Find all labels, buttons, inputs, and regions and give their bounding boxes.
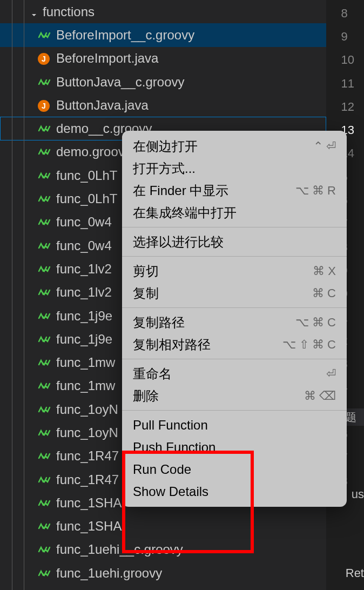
menu-shortcut: ⌘ C — [312, 286, 336, 300]
file-row[interactable]: ButtonJava__c.groovy — [0, 70, 326, 93]
menu-item-label: 在集成终端中打开 — [133, 204, 237, 222]
groovy-icon — [38, 217, 51, 227]
menu-item[interactable]: 在侧边打开⌃ ⏎ — [122, 135, 347, 157]
menu-item[interactable]: Run Code — [122, 458, 347, 480]
file-label: func_1R47 — [56, 448, 119, 464]
menu-item[interactable]: Show Details — [122, 480, 347, 502]
menu-shortcut: ⌥ ⌘ C — [295, 316, 336, 330]
groovy-icon — [38, 568, 51, 579]
menu-item[interactable]: Push Function — [122, 436, 347, 458]
groovy-icon — [38, 287, 51, 298]
file-label: func_1oyN — [56, 402, 118, 417]
line-number: 10 — [341, 49, 354, 72]
file-label: func_0w4 — [56, 238, 112, 253]
menu-item[interactable]: 复制相对路径⌥ ⇧ ⌘ C — [122, 333, 347, 356]
file-label: func_0LhT — [56, 191, 117, 206]
menu-item[interactable]: 重命名⏎ — [122, 363, 347, 385]
groovy-icon — [38, 357, 51, 368]
java-icon: J — [38, 53, 51, 64]
file-label: func_1SHA — [56, 495, 122, 511]
file-label: func_1mw — [56, 355, 115, 370]
menu-divider — [122, 410, 347, 411]
file-label: ButtonJava__c.groovy — [56, 75, 184, 90]
text-fragment: Ret — [346, 566, 364, 580]
menu-divider — [122, 359, 347, 359]
file-label: demo.groovy — [56, 144, 131, 159]
menu-shortcut: ⏎ — [326, 367, 336, 381]
folder-functions[interactable]: functions — [0, 0, 326, 23]
groovy-icon — [38, 123, 51, 134]
groovy-icon — [38, 77, 51, 88]
file-label: func_0w4 — [56, 214, 112, 230]
groovy-icon — [38, 474, 51, 485]
file-label: func_0LhT — [56, 168, 117, 183]
menu-item-label: Pull Function — [133, 418, 208, 433]
groovy-icon — [38, 30, 51, 41]
file-label: func_1lv2 — [56, 262, 112, 277]
menu-shortcut: ⌥ ⌘ R — [295, 184, 336, 198]
menu-divider — [122, 256, 347, 257]
groovy-icon — [38, 427, 51, 438]
file-row[interactable]: func_1uehi__c.groovy — [0, 538, 326, 561]
menu-item[interactable]: 复制⌘ C — [122, 282, 347, 304]
file-row[interactable]: BeforeImport__c.groovy — [0, 23, 326, 46]
groovy-icon — [38, 380, 51, 391]
groovy-icon — [38, 240, 51, 251]
file-row[interactable]: JButtonJava.java — [0, 93, 326, 117]
menu-item[interactable]: 在 Finder 中显示⌥ ⌘ R — [122, 179, 347, 202]
menu-item-label: 删除 — [133, 387, 159, 405]
groovy-icon — [38, 170, 51, 181]
menu-shortcut: ⌘ ⌫ — [304, 389, 336, 403]
menu-item[interactable]: 剪切⌘ X — [122, 260, 347, 282]
menu-item[interactable]: 复制路径⌥ ⌘ C — [122, 311, 347, 333]
menu-item-label: 复制路径 — [133, 314, 185, 331]
line-number: 9 — [341, 25, 354, 48]
file-label: BeforeImport.java — [56, 51, 158, 66]
menu-item[interactable]: 删除⌘ ⌫ — [122, 385, 347, 407]
tab-fragment: 题 — [346, 408, 364, 426]
file-label: func_1uehi.groovy — [56, 566, 162, 581]
java-icon: J — [38, 100, 51, 111]
menu-item[interactable]: 在集成终端中打开 — [122, 202, 347, 224]
groovy-icon — [38, 498, 51, 508]
menu-shortcut: ⌃ ⏎ — [313, 139, 336, 153]
groovy-icon — [38, 451, 51, 461]
menu-item-label: 重命名 — [133, 365, 172, 383]
menu-item[interactable]: 选择以进行比较 — [122, 231, 347, 253]
menu-item-label: Push Function — [133, 440, 215, 455]
menu-item-label: 在侧边打开 — [133, 138, 198, 155]
file-row[interactable]: JBeforeImport.java — [0, 47, 326, 70]
indent-guide — [24, 0, 24, 590]
menu-item-label: 打开方式... — [133, 160, 196, 177]
file-label: func_1oyN — [56, 425, 118, 440]
menu-item[interactable]: Pull Function — [122, 414, 347, 436]
groovy-icon — [38, 311, 51, 321]
groovy-icon — [38, 521, 51, 532]
file-label: func_1j9e — [56, 309, 112, 324]
groovy-icon — [38, 146, 51, 157]
file-row[interactable]: func_1uehi.groovy — [0, 561, 326, 585]
line-number: 12 — [341, 95, 354, 118]
groovy-icon — [38, 404, 51, 415]
file-label: func_1R47 — [56, 472, 119, 487]
menu-divider — [122, 227, 347, 227]
menu-item-label: 在 Finder 中显示 — [133, 182, 228, 199]
file-label: ButtonJava.java — [56, 98, 149, 113]
file-label: func_1lv2 — [56, 285, 112, 300]
menu-item-label: 剪切 — [133, 263, 159, 280]
context-menu: 在侧边打开⌃ ⏎打开方式...在 Finder 中显示⌥ ⌘ R在集成终端中打开… — [122, 131, 347, 507]
file-label: func_1SHA — [56, 519, 122, 534]
line-number: 11 — [341, 72, 354, 95]
text-fragment: us — [352, 487, 364, 501]
menu-shortcut: ⌥ ⇧ ⌘ C — [282, 338, 336, 352]
indent-guide — [12, 0, 12, 590]
groovy-icon — [38, 544, 51, 555]
file-row[interactable]: func_1SHA — [0, 515, 326, 538]
menu-item-label: Show Details — [133, 484, 208, 499]
menu-item[interactable]: 打开方式... — [122, 157, 347, 179]
file-label: func_1uehi__c.groovy — [56, 542, 183, 557]
menu-item-label: 复制 — [133, 285, 159, 302]
file-label: func_1mw — [56, 378, 115, 393]
file-label: func_1j9e — [56, 332, 112, 347]
menu-shortcut: ⌘ X — [313, 264, 336, 278]
